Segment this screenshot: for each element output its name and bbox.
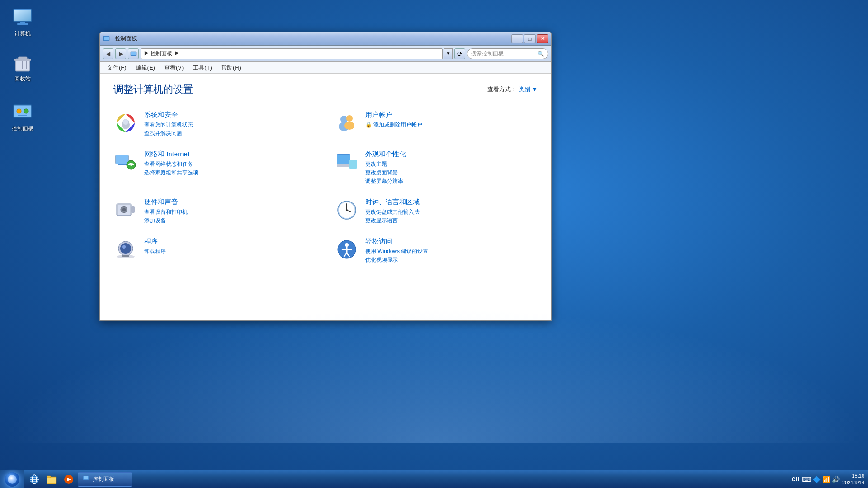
address-dropdown-button[interactable]: ▼ bbox=[444, 48, 453, 59]
category-user-accounts: 用户帐户 🔒 添加或删除用户帐户 bbox=[335, 107, 538, 141]
bluetooth-tray-icon: 🔷 bbox=[813, 476, 821, 483]
network-icon bbox=[113, 150, 138, 174]
start-button[interactable] bbox=[0, 470, 24, 488]
system-security-link-0[interactable]: 查看您的计算机状态 bbox=[144, 121, 193, 129]
hardware-text: 硬件和声音 查看设备和打印机 添加设备 bbox=[144, 198, 188, 225]
svg-point-51 bbox=[122, 245, 126, 249]
svg-point-15 bbox=[24, 109, 28, 113]
user-accounts-link-0[interactable]: 🔒 添加或删除用户帐户 bbox=[365, 121, 422, 129]
clock-date: 2021/9/14 bbox=[842, 479, 864, 486]
start-orb-inner bbox=[8, 475, 17, 484]
menu-edit[interactable]: 编辑(E) bbox=[132, 63, 159, 73]
start-orb bbox=[5, 472, 19, 487]
programs-link-0[interactable]: 卸载程序 bbox=[144, 248, 166, 255]
hardware-links: 查看设备和打印机 添加设备 bbox=[144, 208, 188, 225]
menu-help[interactable]: 帮助(H) bbox=[217, 63, 245, 73]
taskbar-lang: CH bbox=[792, 476, 799, 483]
hardware-title[interactable]: 硬件和声音 bbox=[144, 198, 188, 206]
system-security-links: 查看您的计算机状态 查找并解决问题 bbox=[144, 121, 193, 137]
programs-text: 程序 卸载程序 bbox=[144, 237, 166, 255]
hardware-link-0[interactable]: 查看设备和打印机 bbox=[144, 208, 188, 216]
user-accounts-text: 用户帐户 🔒 添加或删除用户帐户 bbox=[365, 111, 422, 129]
view-mode-value[interactable]: 类别 ▼ bbox=[519, 85, 538, 94]
taskbar-cp-icon bbox=[83, 475, 90, 484]
hardware-link-1[interactable]: 添加设备 bbox=[144, 217, 188, 225]
window-title: 控制面板 bbox=[113, 35, 511, 42]
appearance-icon bbox=[335, 150, 359, 174]
menu-file[interactable]: 文件(F) bbox=[104, 63, 130, 73]
menu-bar: 文件(F) 编辑(E) 查看(V) 工具(T) 帮助(H) bbox=[100, 62, 551, 74]
category-hardware: 硬件和声音 查看设备和打印机 添加设备 bbox=[113, 194, 316, 228]
svg-point-50 bbox=[120, 243, 131, 254]
svg-point-28 bbox=[344, 122, 354, 130]
taskbar-controlpanel[interactable]: 控制面板 bbox=[78, 472, 132, 487]
search-icon: 🔍 bbox=[538, 51, 544, 57]
menu-tools[interactable]: 工具(T) bbox=[189, 63, 216, 73]
accessibility-title[interactable]: 轻松访问 bbox=[365, 237, 428, 246]
appearance-links: 更改主题 更改桌面背景 调整屏幕分辨率 bbox=[365, 160, 406, 185]
desktop-icon-computer[interactable]: 计算机 bbox=[5, 5, 41, 39]
accessibility-links: 使用 Windows 建议的设置 优化视频显示 bbox=[365, 248, 428, 264]
controlpanel-desktop-icon-label: 控制面板 bbox=[12, 125, 33, 132]
svg-point-27 bbox=[346, 115, 353, 122]
page-title: 调整计算机的设置 bbox=[113, 83, 193, 96]
desktop-icon-controlpanel[interactable]: 控制面板 bbox=[5, 99, 41, 134]
network-title[interactable]: 网络和 Internet bbox=[144, 150, 198, 159]
svg-rect-16 bbox=[18, 115, 27, 116]
category-system-security: 系统和安全 查看您的计算机状态 查找并解决问题 bbox=[113, 107, 316, 141]
main-content: 调整计算机的设置 查看方式： 类别 ▼ bbox=[100, 74, 551, 320]
system-security-title[interactable]: 系统和安全 bbox=[144, 111, 193, 119]
search-bar[interactable]: 搜索控制面板 🔍 bbox=[467, 48, 548, 59]
accessibility-link-1[interactable]: 优化视频显示 bbox=[365, 256, 428, 264]
hardware-icon bbox=[113, 198, 138, 222]
appearance-link-0[interactable]: 更改主题 bbox=[365, 160, 406, 168]
forward-button[interactable]: ▶ bbox=[115, 48, 126, 59]
svg-point-47 bbox=[346, 209, 348, 211]
accessibility-link-0[interactable]: 使用 Windows 建议的设置 bbox=[365, 248, 428, 255]
category-network: 网络和 Internet 查看网络状态和任务 选择家庭组和共享选项 bbox=[113, 146, 316, 189]
appearance-link-1[interactable]: 更改桌面背景 bbox=[365, 169, 406, 177]
user-accounts-title[interactable]: 用户帐户 bbox=[365, 111, 422, 119]
svg-rect-31 bbox=[118, 164, 127, 165]
clock-text: 时钟、语言和区域 更改键盘或其他输入法 更改显示语言 bbox=[365, 198, 420, 225]
view-mode-label: 查看方式： bbox=[487, 85, 517, 94]
category-appearance: 外观和个性化 更改主题 更改桌面背景 调整屏幕分辨率 bbox=[335, 146, 538, 189]
svg-rect-3 bbox=[20, 22, 25, 23]
programs-title[interactable]: 程序 bbox=[144, 237, 166, 246]
category-grid: 系统和安全 查看您的计算机状态 查找并解决问题 bbox=[113, 107, 538, 267]
appearance-title[interactable]: 外观和个性化 bbox=[365, 150, 406, 159]
address-bar-text: ▶ 控制面板 ▶ bbox=[144, 50, 179, 57]
network-link-0[interactable]: 查看网络状态和任务 bbox=[144, 160, 198, 168]
appearance-link-2[interactable]: 调整屏幕分辨率 bbox=[365, 178, 406, 185]
location-icon bbox=[128, 48, 139, 59]
back-button[interactable]: ◀ bbox=[103, 48, 113, 59]
close-button[interactable]: ✕ bbox=[537, 34, 548, 43]
control-panel-window: 控制面板 ─ □ ✕ ◀ ▶ ▶ 控制面板 ▶ ▼ ⟳ 搜索控 bbox=[99, 32, 552, 321]
minimize-button[interactable]: ─ bbox=[511, 34, 523, 43]
taskbar-media[interactable] bbox=[61, 472, 77, 487]
maximize-button[interactable]: □ bbox=[524, 34, 536, 43]
computer-icon-label: 计算机 bbox=[14, 30, 31, 38]
taskbar-ie[interactable] bbox=[26, 472, 42, 487]
page-header: 调整计算机的设置 查看方式： 类别 ▼ bbox=[113, 83, 538, 96]
svg-rect-4 bbox=[17, 23, 28, 25]
network-text: 网络和 Internet 查看网络状态和任务 选择家庭组和共享选项 bbox=[144, 150, 198, 177]
taskbar-explorer[interactable] bbox=[43, 472, 60, 487]
clock-link-0[interactable]: 更改键盘或其他输入法 bbox=[365, 208, 420, 216]
menu-view[interactable]: 查看(V) bbox=[160, 63, 187, 73]
taskbar-items: 控制面板 bbox=[24, 472, 788, 487]
desktop-icon-recycle[interactable]: 回收站 bbox=[5, 50, 41, 84]
system-security-link-1[interactable]: 查找并解决问题 bbox=[144, 130, 193, 137]
address-bar[interactable]: ▶ 控制面板 ▶ bbox=[141, 48, 443, 59]
clock-link-1[interactable]: 更改显示语言 bbox=[365, 217, 420, 225]
system-security-icon bbox=[113, 111, 138, 135]
network-link-1[interactable]: 选择家庭组和共享选项 bbox=[144, 169, 198, 177]
clock-title[interactable]: 时钟、语言和区域 bbox=[365, 198, 420, 206]
svg-rect-36 bbox=[349, 160, 357, 169]
svg-rect-37 bbox=[337, 164, 349, 167]
svg-rect-18 bbox=[104, 37, 109, 40]
network-tray-icon: 📶 bbox=[822, 476, 830, 483]
category-accessibility: 轻松访问 使用 Windows 建议的设置 优化视频显示 bbox=[335, 234, 538, 267]
refresh-button[interactable]: ⟳ bbox=[454, 48, 465, 59]
search-placeholder: 搜索控制面板 bbox=[471, 50, 504, 57]
